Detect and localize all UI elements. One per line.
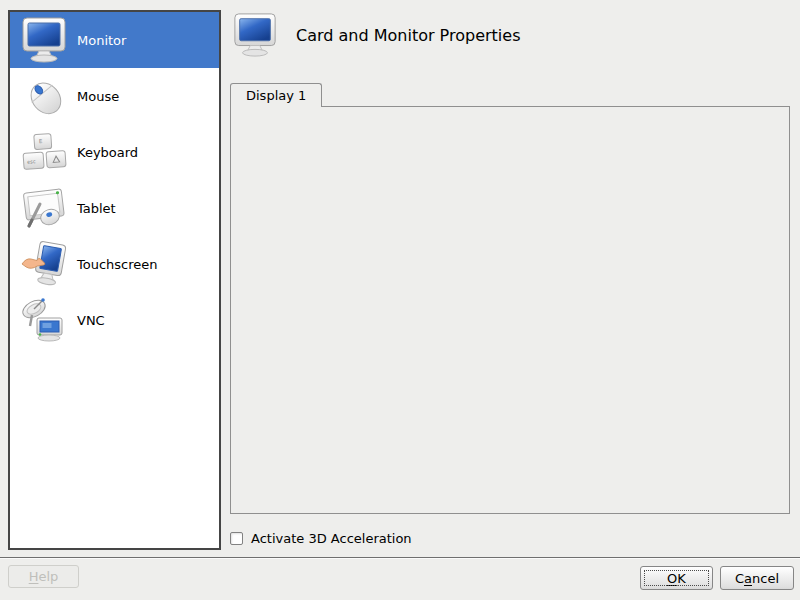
cancel-button[interactable]: Cancel	[720, 566, 794, 590]
keyboard-icon: E esc	[20, 128, 68, 176]
sidebar-item-tablet[interactable]: Tablet	[10, 180, 219, 236]
display-panel	[230, 106, 790, 514]
sidebar-item-touchscreen[interactable]: Touchscreen	[10, 236, 219, 292]
sidebar-item-label: Monitor	[77, 33, 126, 48]
monitor-icon	[20, 16, 68, 64]
card-monitor-properties-dialog: Monitor Mouse E	[0, 0, 800, 600]
acceleration-checkbox-row: Activate 3D Acceleration	[230, 531, 412, 546]
acceleration-checkbox-label: Activate 3D Acceleration	[251, 531, 412, 546]
help-button[interactable]: Help	[8, 565, 79, 588]
category-list: Monitor Mouse E	[8, 10, 221, 550]
sidebar-item-label: Touchscreen	[77, 257, 158, 272]
touchscreen-icon	[20, 240, 68, 288]
tab-display-1[interactable]: Display 1	[230, 83, 322, 107]
monitor-icon	[232, 12, 278, 58]
sidebar-item-label: VNC	[77, 313, 105, 328]
acceleration-checkbox[interactable]	[230, 532, 243, 545]
svg-text:esc: esc	[27, 158, 36, 165]
tablet-icon	[20, 184, 68, 232]
page-title: Card and Monitor Properties	[296, 12, 520, 58]
ok-button[interactable]: OK	[640, 566, 713, 590]
sidebar-item-label: Mouse	[77, 89, 119, 104]
footer-divider	[0, 557, 800, 559]
sidebar-item-monitor[interactable]: Monitor	[10, 12, 219, 68]
sidebar-item-vnc[interactable]: VNC	[10, 292, 219, 348]
sidebar-item-label: Keyboard	[77, 145, 138, 160]
sidebar-item-keyboard[interactable]: E esc Keyboard	[10, 124, 219, 180]
vnc-icon	[20, 296, 68, 344]
sidebar-item-mouse[interactable]: Mouse	[10, 68, 219, 124]
mouse-icon	[20, 72, 68, 120]
sidebar-item-label: Tablet	[77, 201, 116, 216]
